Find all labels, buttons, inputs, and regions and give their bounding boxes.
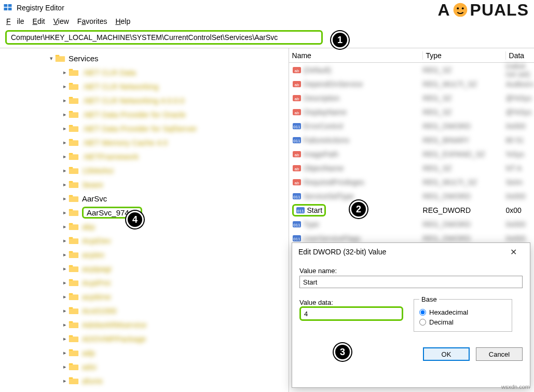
chevron-right-icon[interactable]: ▸: [61, 251, 69, 258]
tree-node-blurred[interactable]: ▸1394ohci: [0, 164, 289, 178]
tree-node-blurred[interactable]: ▸.NET Memory Cache 4.0: [0, 136, 289, 150]
chevron-right-icon[interactable]: ▸: [61, 363, 69, 370]
chevron-right-icon[interactable]: ▸: [61, 69, 69, 76]
list-row[interactable]: abDescriptionREG_SZ@%Sys: [289, 91, 534, 105]
chevron-down-icon[interactable]: ▾: [48, 55, 55, 62]
tree-node-blurred[interactable]: ▸abp: [0, 220, 289, 234]
value-name: ObjectName: [304, 164, 344, 172]
menu-edit[interactable]: Edit: [30, 17, 48, 25]
chevron-right-icon[interactable]: ▸: [61, 167, 69, 174]
tree-node-blurred[interactable]: ▸adsi: [0, 360, 289, 374]
tree-node-blurred[interactable]: ▸AcpiPmi: [0, 276, 289, 290]
tree-node-aarsvc[interactable]: ▸ AarSvc: [0, 192, 289, 206]
svg-rect-1: [8, 4, 12, 7]
list-row[interactable]: abObjectNameREG_SZNT A: [289, 161, 534, 175]
menu-favorites[interactable]: Favorites: [74, 17, 111, 25]
address-input[interactable]: [11, 33, 317, 42]
chevron-right-icon[interactable]: ▸: [61, 125, 69, 132]
chevron-right-icon[interactable]: ▸: [61, 83, 69, 90]
list-row[interactable]: 011TypeREG_DWORD0x000: [289, 217, 534, 231]
tree-node-blurred[interactable]: ▸acpiex: [0, 248, 289, 262]
col-header-type[interactable]: Type: [423, 51, 506, 60]
chevron-right-icon[interactable]: ▸: [61, 265, 69, 272]
col-header-data[interactable]: Data: [506, 51, 534, 60]
list-row[interactable]: abRequiredPrivilegesREG_MULTI_SZSeIm: [289, 175, 534, 189]
chevron-right-icon[interactable]: ▸: [61, 195, 69, 202]
svg-text:ab: ab: [294, 111, 299, 115]
list-row[interactable]: abDisplayNameREG_SZ@%Sys: [289, 105, 534, 119]
radio-hex-input[interactable]: [419, 309, 426, 316]
folder-icon: [69, 278, 79, 288]
svg-rect-21: [69, 168, 78, 174]
tree-node-blurred[interactable]: ▸3ware: [0, 178, 289, 192]
window-title: Registry Editor: [17, 4, 64, 12]
value-data: 0x000: [506, 220, 534, 228]
tree-label: AcpiDev: [82, 236, 111, 245]
tree-view[interactable]: ▾ Services ▸.NET CLR Data▸.NET CLR Netwo…: [0, 48, 289, 392]
list-row[interactable]: abImagePathREG_EXPAND_SZ%Sys: [289, 147, 534, 161]
chevron-right-icon[interactable]: ▸: [61, 181, 69, 188]
list-row[interactable]: 011ServiceSidTypeREG_DWORD0x000: [289, 189, 534, 203]
tree-node-services[interactable]: ▾ Services: [0, 51, 289, 65]
list-row[interactable]: abDependOnServiceREG_MULTI_SZAudiosrv: [289, 77, 534, 91]
tree-node-blurred[interactable]: ▸.NETFramework: [0, 150, 289, 164]
list-row[interactable]: 011ErrorControlREG_DWORD0x000: [289, 119, 534, 133]
tree-node-blurred[interactable]: ▸ADOVMPPackage: [0, 332, 289, 346]
folder-icon: [69, 166, 79, 175]
tree-node-blurred[interactable]: ▸.NET Data Provider for Oracle: [0, 107, 289, 121]
list-row[interactable]: 011FailureActionsREG_BINARY80 51: [289, 133, 534, 147]
folder-icon: [69, 68, 79, 77]
menu-help[interactable]: Help: [112, 17, 133, 25]
menu-view[interactable]: View: [50, 17, 72, 25]
tree-node-blurred[interactable]: ▸adp: [0, 346, 289, 360]
tree-node-blurred[interactable]: ▸AdobeARMservice: [0, 318, 289, 332]
tree-node-blurred[interactable]: ▸.NET CLR Data: [0, 65, 289, 79]
list-row[interactable]: ab(Default)REG_SZ(value not set): [289, 63, 534, 77]
tree-node-blurred[interactable]: ▸acpipagr: [0, 262, 289, 276]
value-data-input[interactable]: [304, 310, 399, 318]
list-row-start[interactable]: 011 Start REG_DWORD 0x00: [289, 203, 534, 217]
tree-node-blurred[interactable]: ▸afunix: [0, 374, 289, 388]
chevron-right-icon[interactable]: ▸: [61, 153, 69, 160]
chevron-right-icon[interactable]: ▸: [61, 237, 69, 244]
radio-dec[interactable]: Decimal: [419, 318, 506, 326]
tree-node-blurred[interactable]: ▸.NET Data Provider for SqlServer: [0, 121, 289, 136]
chevron-right-icon[interactable]: ▸: [61, 97, 69, 104]
col-header-name[interactable]: Name: [289, 51, 423, 60]
cancel-button[interactable]: Cancel: [476, 347, 523, 361]
highlight-start-value: 011 Start: [292, 204, 326, 217]
address-bar[interactable]: [5, 30, 323, 45]
radio-hex[interactable]: Hexadecimal: [419, 308, 506, 316]
chevron-right-icon[interactable]: ▸: [61, 321, 69, 328]
folder-icon: [69, 110, 79, 119]
svg-rect-27: [69, 210, 78, 216]
svg-text:011: 011: [293, 125, 300, 129]
chevron-right-icon[interactable]: ▸: [61, 279, 69, 286]
tree-node-blurred[interactable]: ▸Acx01000: [0, 304, 289, 318]
chevron-right-icon[interactable]: ▸: [61, 111, 69, 118]
dialog-title: Edit DWORD (32-bit) Value: [298, 248, 386, 256]
tree-node-blurred[interactable]: ▸.NET CLR Networking: [0, 79, 289, 93]
tree-node-blurred[interactable]: ▸AcpiDev: [0, 234, 289, 248]
tree-node-blurred[interactable]: ▸.NET CLR Networking 4.0.0.0: [0, 93, 289, 107]
ok-button[interactable]: OK: [423, 347, 470, 361]
dword-icon: 011: [296, 206, 305, 215]
chevron-right-icon[interactable]: ▸: [61, 293, 69, 300]
chevron-right-icon[interactable]: ▸: [61, 377, 69, 384]
chevron-right-icon[interactable]: ▸: [61, 335, 69, 342]
chevron-right-icon[interactable]: ▸: [61, 223, 69, 230]
menu-file[interactable]: File: [3, 17, 28, 25]
chevron-right-icon[interactable]: ▸: [61, 139, 69, 146]
tree-node-blurred[interactable]: ▸acpitime: [0, 290, 289, 304]
folder-icon: [69, 250, 79, 260]
value-name-input[interactable]: [299, 276, 523, 288]
tree-label: adp: [82, 348, 95, 357]
chevron-right-icon[interactable]: ▸: [61, 349, 69, 356]
value-type: REG_SZ: [423, 94, 506, 102]
radio-dec-input[interactable]: [419, 319, 426, 326]
chevron-right-icon[interactable]: ▸: [61, 209, 69, 216]
svg-text:ab: ab: [294, 97, 299, 101]
chevron-right-icon[interactable]: ▸: [61, 307, 69, 314]
close-icon[interactable]: ✕: [503, 247, 524, 257]
tree-node-aarsvc-974ea[interactable]: ▸ AarSvc_974ea: [0, 206, 289, 220]
